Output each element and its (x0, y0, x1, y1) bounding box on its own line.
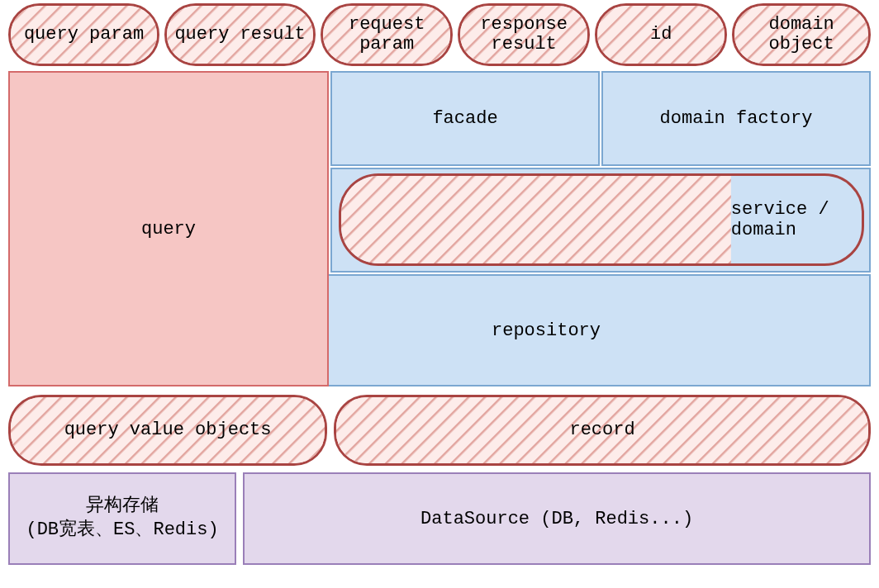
pill-query-param: query param (8, 3, 159, 66)
pill-label: response result (467, 15, 581, 55)
pill-id: id (595, 3, 727, 66)
svg-rect-8 (341, 176, 731, 263)
block-facade: facade (330, 71, 600, 166)
block-label: domain factory (660, 108, 813, 129)
block-label: facade (432, 108, 497, 129)
block-label: 异构存储 (DB宽表、ES、Redis) (26, 495, 218, 542)
pill-label: query result (174, 25, 305, 45)
block-label: query (141, 219, 196, 239)
block-datasource: DataSource (DB, Redis...) (243, 472, 871, 565)
pill-request-param: request param (321, 3, 453, 66)
main-diagram: repository service / domain facade domai… (8, 71, 871, 386)
pill-domain-object: domain object (732, 3, 871, 66)
pill-label: record (569, 420, 634, 440)
pill-label: id (650, 25, 672, 45)
pill-label: query param (24, 25, 144, 45)
pill-service-domain: service / domain (339, 173, 864, 266)
pill-label: request param (330, 15, 444, 55)
block-label: DataSource (DB, Redis...) (420, 509, 693, 529)
datasource-row: 异构存储 (DB宽表、ES、Redis) DataSource (DB, Red… (8, 472, 871, 565)
bottom-pills-row: query value objects record (8, 395, 871, 466)
block-hetero-storage: 异构存储 (DB宽表、ES、Redis) (8, 472, 236, 565)
pill-label: domain object (741, 15, 862, 55)
pill-record: record (334, 395, 871, 466)
pill-query-result: query result (164, 3, 316, 66)
block-label: service / domain (731, 199, 862, 240)
pill-query-value-objects: query value objects (8, 395, 327, 466)
block-query: query (8, 71, 329, 386)
block-label: repository (492, 320, 601, 341)
top-pills-row: query param query result request param r… (8, 3, 871, 66)
pill-label: query value objects (64, 420, 272, 440)
pill-response-result: response result (458, 3, 590, 66)
block-domain-factory: domain factory (601, 71, 871, 166)
